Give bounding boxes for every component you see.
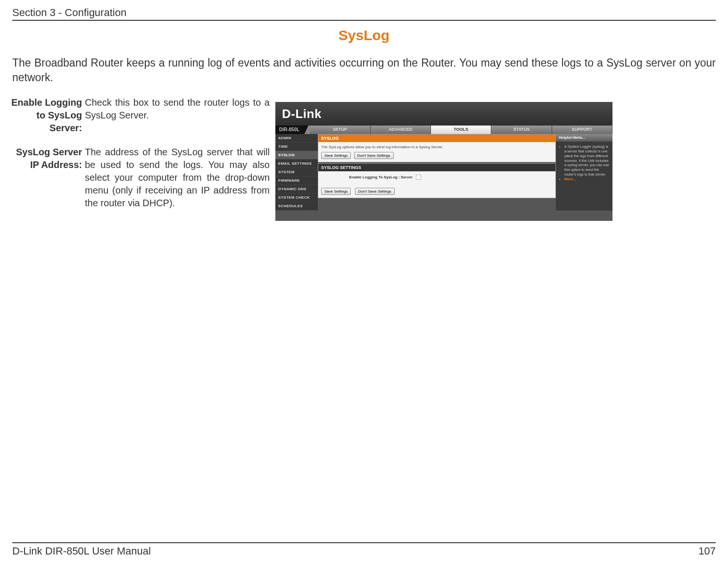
nav-admin[interactable]: ADMIN — [275, 134, 318, 143]
footer-page-number: 107 — [698, 545, 716, 557]
hints-heading: Helpful Hints... — [556, 134, 612, 142]
save-settings-button[interactable]: Save Settings — [321, 152, 351, 159]
dont-save-settings-button[interactable]: Don't Save Settings — [354, 152, 394, 159]
nav-system-check[interactable]: SYSTEM CHECK — [275, 193, 318, 202]
hints-more-link[interactable]: More... — [564, 177, 576, 181]
router-screenshot: D-Link DIR-850L SETUP ADVANCED TOOLS STA… — [275, 102, 612, 221]
def-label: SysLog Server IP Address: — [6, 146, 85, 210]
nav-system[interactable]: SYSTEM — [275, 168, 318, 176]
def-syslog-ip: SysLog Server IP Address: The address of… — [6, 146, 270, 210]
def-label: Enable Logging to SysLog Server: — [6, 96, 85, 134]
panel-syslog-settings: SYSLOG SETTINGS Enable Logging To SysLog… — [318, 163, 556, 198]
tab-tools[interactable]: TOOLS — [431, 126, 491, 134]
footer-manual: D-Link DIR-850L User Manual — [12, 545, 151, 557]
section-header: Section 3 - Configuration — [12, 7, 126, 19]
def-text: Check this box to send the router logs t… — [85, 96, 270, 134]
enable-logging-checkbox[interactable] — [416, 175, 422, 180]
tab-advanced[interactable]: ADVANCED — [371, 126, 431, 134]
model-row: DIR-850L SETUP ADVANCED TOOLS STATUS SUP… — [275, 126, 612, 134]
panel-body-syslog: The SysLog options allow you to send log… — [318, 142, 555, 162]
top-tabs: SETUP ADVANCED TOOLS STATUS SUPPORT — [310, 126, 612, 134]
nav-syslog[interactable]: SYSLOG — [275, 151, 318, 160]
side-nav: ADMIN TIME SYSLOG EMAIL SETTINGS SYSTEM … — [275, 134, 318, 210]
footer-divider — [12, 542, 716, 543]
intro-paragraph: The Broadband Router keeps a running log… — [12, 56, 716, 85]
model-chip: DIR-850L — [275, 126, 303, 134]
enable-logging-label: Enable Logging To SysLog : Server — [321, 175, 415, 179]
router-body: ADMIN TIME SYSLOG EMAIL SETTINGS SYSTEM … — [275, 134, 612, 210]
enable-logging-row: Enable Logging To SysLog : Server — [318, 171, 555, 183]
tab-setup[interactable]: SETUP — [310, 126, 370, 134]
page-title: SysLog — [0, 27, 728, 43]
header-divider — [12, 20, 716, 21]
nav-email-settings[interactable]: EMAIL SETTINGS — [275, 160, 318, 168]
nav-schedules[interactable]: SCHEDULES — [275, 202, 318, 210]
hints-text: A System Logger (syslog) is a server tha… — [564, 144, 610, 176]
center-panels: SYSLOG The SysLog options allow you to s… — [318, 134, 556, 210]
body-area: Enable Logging to SysLog Server: Check t… — [6, 96, 716, 221]
save-settings-button[interactable]: Save Settings — [321, 188, 351, 195]
definitions-column: Enable Logging to SysLog Server: Check t… — [6, 96, 270, 221]
tab-status[interactable]: STATUS — [491, 126, 552, 134]
def-text: The address of the SysLog server that wi… — [85, 146, 270, 210]
dont-save-settings-button[interactable]: Don't Save Settings — [355, 188, 395, 195]
tab-support[interactable]: SUPPORT — [552, 126, 612, 134]
diagonal-decoration — [303, 126, 310, 134]
nav-time[interactable]: TIME — [275, 143, 318, 151]
panel-heading-syslog-settings: SYSLOG SETTINGS — [318, 164, 555, 171]
brand-logo: D-Link — [275, 102, 612, 126]
button-row: Save Settings Don't Save Settings — [318, 183, 555, 198]
helpful-hints: Helpful Hints... A System Logger (syslog… — [556, 134, 612, 210]
nav-dynamic-dns[interactable]: DYNAMIC DNS — [275, 185, 318, 193]
nav-firmware[interactable]: FIRMWARE — [275, 176, 318, 185]
panel-heading-syslog: SYSLOG — [318, 134, 555, 142]
syslog-description: The SysLog options allow you to send log… — [321, 145, 553, 149]
def-enable-logging: Enable Logging to SysLog Server: Check t… — [6, 96, 270, 134]
panel-syslog: SYSLOG The SysLog options allow you to s… — [318, 134, 556, 162]
